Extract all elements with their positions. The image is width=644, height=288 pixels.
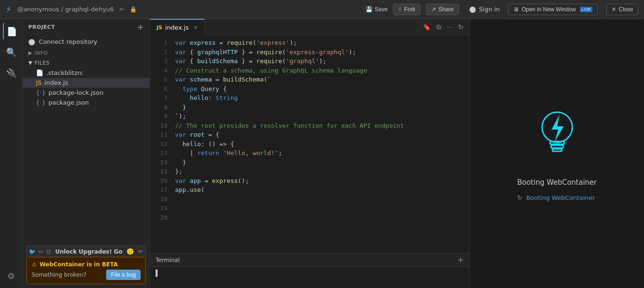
terminal-header: Terminal +: [150, 254, 469, 267]
code-line-3: var { buildSchema } = require('graphql')…: [175, 57, 466, 66]
preview-title: Booting WebContainer: [517, 178, 597, 187]
file-name: package.json: [49, 99, 89, 106]
svg-marker-1: [552, 115, 564, 141]
terminal-prompt: ▌: [156, 270, 159, 277]
monitor-icon: 🖥: [513, 6, 519, 13]
json-file-icon: {·}: [36, 89, 46, 96]
main-content: 📄 🔍 🔌 ⚙ PROJECT + ⬤ Connect repository ▶…: [0, 19, 644, 288]
upgrade-warning-panel: ⚠ WebContainer is in BETA Something brok…: [26, 257, 146, 284]
warning-text: Something broken?: [32, 272, 86, 278]
file-name: package-lock.json: [49, 89, 104, 96]
file-item-package-lock[interactable]: {·} package-lock.json: [23, 88, 150, 98]
share-icon: ↗: [431, 6, 436, 13]
code-line-10: `);: [175, 112, 466, 121]
code-line-7: type Query {: [175, 84, 466, 94]
plugin-sidebar-icon[interactable]: 🔌: [3, 64, 20, 81]
edit-icon[interactable]: ✏: [119, 6, 124, 13]
lightbulb-icon: [517, 106, 597, 169]
emoji-icon: 🙂: [126, 248, 134, 255]
fullscreen-icon[interactable]: ⊡: [46, 248, 51, 255]
icon-sidebar: 📄 🔍 🔌 ⚙: [0, 19, 23, 288]
json-file-icon-2: {·}: [36, 99, 46, 106]
refresh-action[interactable]: ↻: [456, 22, 466, 32]
files-section-header[interactable]: ▼ FILES: [23, 58, 150, 68]
code-line-17: };: [175, 167, 466, 176]
upgrade-icons: 🐦 ↩ ⊡: [29, 248, 51, 255]
fork-button[interactable]: ⑂ Fork: [393, 4, 420, 15]
connect-repository-button[interactable]: ⬤ Connect repository: [23, 35, 150, 48]
info-section-header[interactable]: ▶ INFO: [23, 48, 150, 58]
live-badge: LIVE: [580, 7, 593, 12]
warning-icon: ⚠: [32, 261, 37, 268]
js-tab-icon: JS: [157, 25, 162, 31]
svg-rect-4: [552, 149, 562, 151]
file-item-stackblitzrc[interactable]: 📄 .stackblitzrc: [23, 68, 150, 78]
code-line-15: | return 'Hello, world!';: [175, 148, 466, 158]
code-line-12: // The root provides a resolver function…: [175, 121, 466, 131]
files-sidebar-icon[interactable]: 📄: [3, 23, 20, 40]
github-icon: ⬤: [469, 6, 477, 13]
file-panel: PROJECT + ⬤ Connect repository ▶ INFO ▼ …: [23, 19, 150, 288]
code-line-2: var { graphqlHTTP } = require('express-g…: [175, 48, 466, 57]
warning-row: Something broken? File a bug: [32, 270, 141, 280]
loading-spinner-icon: ↻: [517, 194, 522, 201]
search-sidebar-icon[interactable]: 🔍: [3, 43, 20, 60]
logo-icon: ⚡: [6, 4, 12, 14]
code-line-5: // Construct a schema, using GraphQL sch…: [175, 66, 466, 75]
line-numbers: 12345 678910 1112131415 1617181920: [150, 35, 171, 253]
bookmark-action[interactable]: 🔖: [421, 22, 433, 32]
file-name: .stackblitzrc: [46, 69, 83, 76]
terminal-label: Terminal: [156, 257, 180, 263]
save-button[interactable]: 💾 Save: [366, 6, 387, 13]
new-file-icon[interactable]: +: [137, 23, 144, 32]
code-line-1: var express = require('express');: [175, 38, 466, 48]
code-line-20: app.use(: [175, 185, 466, 195]
sign-in-button[interactable]: ⬤ Sign in: [469, 6, 500, 13]
tab-indexjs[interactable]: JS index.js ✕: [150, 19, 205, 35]
code-line-14: hello: () => {: [175, 140, 466, 149]
upgrade-edit-icon[interactable]: ✏: [138, 248, 143, 255]
terminal-content[interactable]: ▌: [150, 267, 469, 288]
code-content[interactable]: var express = require('express'); var { …: [171, 35, 469, 253]
project-name: @anonymous / graphql-dehyu6: [17, 6, 114, 13]
code-line-16: }: [175, 158, 466, 167]
tabs-bar: JS index.js ✕ 🔖 ⧉ ··· ↻: [150, 19, 469, 35]
close-button[interactable]: ✕ Close: [606, 4, 638, 15]
settings-sidebar-icon[interactable]: ⚙: [3, 267, 20, 284]
twitter-icon[interactable]: 🐦: [29, 248, 36, 255]
terminal-add-button[interactable]: +: [458, 255, 464, 264]
preview-illustration: Booting WebContainer ↻ Booting WebContai…: [517, 106, 597, 201]
save-disk-icon: 💾: [366, 6, 373, 13]
txt-file-icon: 📄: [36, 69, 43, 76]
code-line-9: }: [175, 103, 466, 112]
file-panel-header: PROJECT +: [23, 19, 150, 35]
close-tab-icon[interactable]: ✕: [193, 25, 198, 31]
open-new-window-button[interactable]: 🖥 Open in New Window LIVE: [508, 4, 598, 15]
warning-title: ⚠ WebContainer is in BETA: [32, 261, 141, 268]
close-icon: ✕: [611, 6, 616, 13]
unlock-upgrades-label[interactable]: Unlock Upgrades! Go: [55, 248, 122, 255]
code-editor[interactable]: 12345 678910 1112131415 1617181920 var e…: [150, 35, 469, 253]
split-action[interactable]: ⧉: [435, 22, 443, 32]
preview-panel: Booting WebContainer ↻ Booting WebContai…: [469, 19, 644, 288]
info-expand-icon: ▶: [28, 50, 33, 56]
code-line-13: var root = {: [175, 130, 466, 140]
files-expand-icon: ▼: [28, 60, 33, 66]
terminal-panel: Terminal + ▌: [150, 253, 469, 288]
topbar: ⚡ @anonymous / graphql-dehyu6 ✏ 🔒 💾 Save…: [0, 0, 644, 19]
fork-icon: ⑂: [398, 6, 401, 13]
code-line-6: var schema = buildSchema(`: [175, 75, 466, 84]
more-action[interactable]: ···: [445, 22, 454, 32]
share-button[interactable]: ↗ Share: [426, 4, 459, 15]
file-bug-button[interactable]: File a bug: [106, 270, 141, 280]
tab-label: index.js: [165, 24, 189, 31]
file-name: index.js: [44, 79, 68, 86]
lock-icon: 🔒: [130, 6, 137, 13]
preview-status-text: Booting WebContainer: [526, 194, 595, 201]
js-file-icon: JS: [36, 79, 42, 86]
editor-area: JS index.js ✕ 🔖 ⧉ ··· ↻ 12345 678910 111…: [150, 19, 469, 288]
file-item-package-json[interactable]: {·} package.json: [23, 98, 150, 107]
undo-icon[interactable]: ↩: [39, 248, 43, 255]
file-item-indexjs[interactable]: JS index.js: [23, 78, 150, 88]
github-connect-icon: ⬤: [28, 38, 35, 45]
